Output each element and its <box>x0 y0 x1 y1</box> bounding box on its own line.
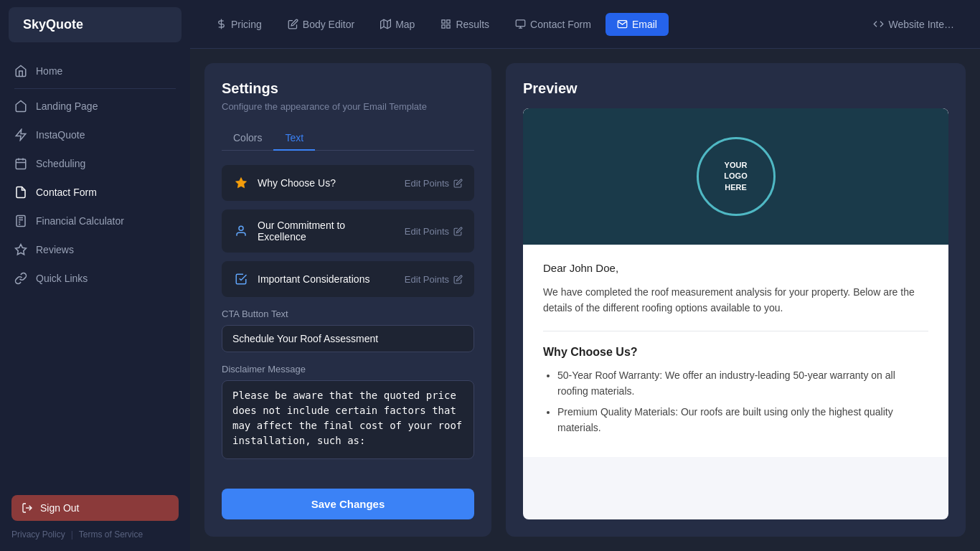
svg-rect-17 <box>447 20 450 23</box>
svg-rect-16 <box>442 20 445 23</box>
tab-colors[interactable]: Colors <box>222 126 273 151</box>
settings-panel: Settings Configure the appearance of you… <box>204 63 491 537</box>
bullet-item-1: Premium Quality Materials: Our roofs are… <box>557 404 928 436</box>
nav-contact-form-label: Contact Form <box>530 19 591 30</box>
sidebar-item-calculator[interactable]: Financial Calculator <box>0 207 190 235</box>
email-section-title: Why Choose Us? <box>543 346 928 359</box>
email-logo-area: YOUR LOGO HERE <box>523 108 948 245</box>
tab-text[interactable]: Text <box>273 126 315 151</box>
cta-input[interactable] <box>222 325 474 352</box>
sidebar-item-home[interactable]: Home <box>0 57 190 85</box>
sidebar-item-reviews-label: Reviews <box>36 244 74 255</box>
section-card-why-choose-label: Why Choose Us? <box>258 177 396 189</box>
section-card-commitment-label: Our Commitment to Excellence <box>258 220 396 242</box>
code-icon <box>873 19 884 29</box>
svg-marker-10 <box>16 245 27 255</box>
email-bullet-list: 50-Year Roof Warranty: We offer an indus… <box>543 367 928 436</box>
disclaimer-field-label: Disclaimer Message <box>222 364 474 375</box>
nav-email[interactable]: Email <box>606 13 669 36</box>
sidebar-item-contactform-label: Contact Form <box>36 187 97 198</box>
email-icon <box>617 19 628 29</box>
section-card-commitment: Our Commitment to Excellence Edit Points <box>222 209 474 253</box>
settings-title: Settings <box>222 80 474 97</box>
sign-out-label: Sign Out <box>40 502 79 514</box>
sidebar-footer: Sign Out Privacy Policy | Terms of Servi… <box>0 484 190 551</box>
sidebar-nav: Home Landing Page InstaQuote Scheduling <box>0 50 190 484</box>
footer-separator: | <box>71 529 73 540</box>
settings-tabs: Colors Text <box>222 126 474 151</box>
sidebar-divider <box>14 88 176 89</box>
sidebar-item-instaquote[interactable]: InstaQuote <box>0 121 190 149</box>
sidebar-item-calculator-label: Financial Calculator <box>36 215 124 227</box>
nav-pricing-label: Pricing <box>231 19 262 30</box>
edit-points-label-1: Edit Points <box>405 226 449 237</box>
terms-of-service-link[interactable]: Terms of Service <box>79 529 143 540</box>
map-icon <box>380 19 391 29</box>
nav-map-label: Map <box>395 19 415 30</box>
signout-icon <box>22 502 33 514</box>
app-logo[interactable]: SkyQuote <box>9 7 182 42</box>
edit-icon-0 <box>453 179 463 188</box>
edit-points-label-0: Edit Points <box>405 178 449 189</box>
nav-results[interactable]: Results <box>429 13 501 36</box>
email-body: Dear John Doe, We have completed the roo… <box>523 245 948 457</box>
section-card-why-choose: Why Choose Us? Edit Points <box>222 165 474 201</box>
preview-content: YOUR LOGO HERE Dear John Doe, We have co… <box>523 108 948 519</box>
sidebar-item-quicklinks[interactable]: Quick Links <box>0 264 190 293</box>
sidebar-item-home-label: Home <box>36 65 62 77</box>
edit-icon-2 <box>453 275 463 284</box>
preview-panel: Preview YOUR LOGO HERE Dear John Doe, We… <box>506 63 966 537</box>
logo-line-2: LOGO <box>724 171 747 182</box>
nav-pricing[interactable]: Pricing <box>204 13 273 36</box>
sidebar-item-scheduling-label: Scheduling <box>36 158 85 169</box>
sidebar-item-scheduling[interactable]: Scheduling <box>0 149 190 178</box>
landing-icon <box>14 100 27 113</box>
edit-points-label-2: Edit Points <box>405 274 449 285</box>
topnav: Pricing Body Editor Map Results Contact … <box>190 0 980 49</box>
edit-points-button-2[interactable]: Edit Points <box>405 274 463 285</box>
privacy-policy-link[interactable]: Privacy Policy <box>11 529 65 540</box>
edit-points-button-0[interactable]: Edit Points <box>405 178 463 189</box>
sidebar-item-reviews[interactable]: Reviews <box>0 235 190 264</box>
svg-rect-20 <box>516 20 525 27</box>
instaquote-icon <box>14 128 27 141</box>
nav-body-editor[interactable]: Body Editor <box>276 13 366 36</box>
scheduling-icon <box>14 157 27 170</box>
sidebar-item-landing[interactable]: Landing Page <box>0 92 190 121</box>
svg-point-24 <box>239 226 243 230</box>
disclaimer-field-group: Disclaimer Message Please be aware that … <box>222 361 474 462</box>
svg-marker-13 <box>381 19 391 29</box>
edit-icon <box>288 19 298 29</box>
user-icon <box>233 223 249 239</box>
svg-rect-1 <box>16 159 26 169</box>
checkbox-icon <box>233 271 249 287</box>
logo-line-3: HERE <box>725 182 747 193</box>
section-card-considerations-label: Important Considerations <box>258 273 396 285</box>
sidebar-item-landing-label: Landing Page <box>36 100 98 112</box>
reviews-icon <box>14 243 27 256</box>
edit-points-button-1[interactable]: Edit Points <box>405 226 463 237</box>
nav-body-editor-label: Body Editor <box>303 19 354 30</box>
email-divider <box>543 331 928 331</box>
sidebar-item-contactform[interactable]: Contact Form <box>0 178 190 207</box>
sidebar: SkyQuote Home Landing Page InstaQuote Sc… <box>0 0 190 551</box>
calculator-icon <box>14 215 27 227</box>
home-icon <box>14 65 27 77</box>
nav-contact-form[interactable]: Contact Form <box>504 13 603 36</box>
nav-website-integration[interactable]: Website Inte… <box>862 13 966 36</box>
form-icon <box>515 19 526 29</box>
contactform-icon <box>14 186 27 199</box>
sign-out-button[interactable]: Sign Out <box>11 495 179 521</box>
logo-line-1: YOUR <box>725 160 748 171</box>
svg-marker-0 <box>16 130 26 141</box>
star-icon <box>233 175 249 191</box>
grid-icon <box>440 19 451 29</box>
save-changes-button[interactable]: Save Changes <box>222 489 474 519</box>
disclaimer-textarea[interactable]: Please be aware that the quoted price do… <box>222 380 474 459</box>
nav-map[interactable]: Map <box>369 13 426 36</box>
logo-placeholder: YOUR LOGO HERE <box>697 137 776 216</box>
email-body-text: We have completed the roof measurement a… <box>543 284 928 316</box>
content-area: Settings Configure the appearance of you… <box>190 49 980 551</box>
bullet-item-0: 50-Year Roof Warranty: We offer an indus… <box>557 367 928 400</box>
main-area: Pricing Body Editor Map Results Contact … <box>190 0 980 551</box>
